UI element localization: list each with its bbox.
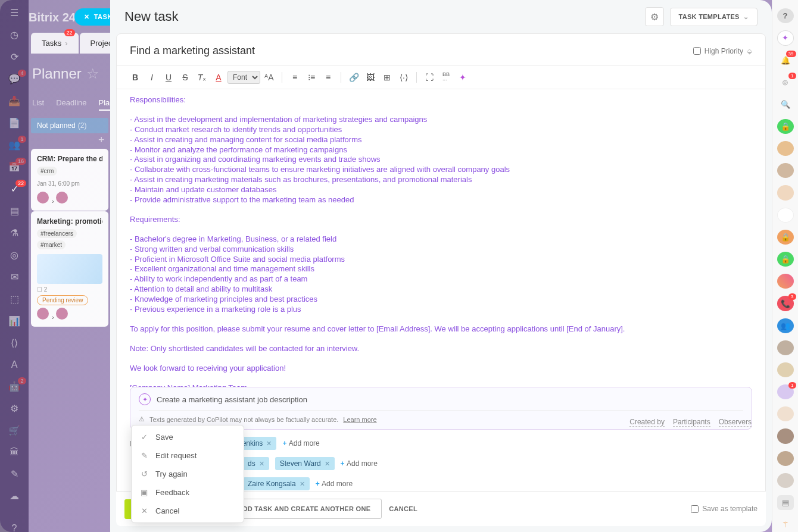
clock-icon[interactable]: ◷ xyxy=(8,29,20,40)
doc-icon[interactable]: 📄 xyxy=(8,117,20,129)
cart-icon[interactable]: 🛒 xyxy=(8,425,20,436)
avatar[interactable] xyxy=(777,451,794,466)
edit-icon[interactable]: ✎ xyxy=(8,468,20,480)
remove-icon[interactable]: ✕ xyxy=(259,460,264,468)
avatar[interactable] xyxy=(777,163,794,178)
person-chip[interactable]: ds✕ xyxy=(243,457,269,470)
bold-icon[interactable]: B xyxy=(127,70,143,85)
star-icon[interactable]: ☆ xyxy=(86,65,99,82)
settings-button[interactable]: ⚙ xyxy=(645,7,664,26)
bank-icon[interactable]: 🏛 xyxy=(8,447,20,458)
avatar[interactable] xyxy=(777,274,794,289)
calendar-icon[interactable]: 📅16 xyxy=(8,161,20,173)
text-icon[interactable]: A xyxy=(8,359,20,370)
view-deadline[interactable]: Deadline xyxy=(56,98,86,111)
avatar[interactable] xyxy=(777,428,794,443)
stream-icon[interactable]: ⟳ xyxy=(8,51,20,62)
avatar[interactable] xyxy=(777,340,794,355)
help-icon[interactable]: ? xyxy=(777,8,794,23)
italic-icon[interactable]: I xyxy=(144,70,160,85)
not-planned-column[interactable]: Not planned(2) xyxy=(31,118,108,133)
lock-icon[interactable]: 🔒 xyxy=(777,252,794,267)
high-priority-toggle[interactable]: High Priority ⬙ xyxy=(693,47,752,55)
contacts-icon[interactable]: ▤ xyxy=(8,205,20,217)
copilot-save[interactable]: ✓Save xyxy=(132,428,244,446)
save-template-checkbox[interactable] xyxy=(691,505,699,513)
font-select[interactable]: Font xyxy=(227,71,260,84)
tasks-icon[interactable]: ✓22 xyxy=(8,183,20,195)
filter-icon[interactable]: ⚗ xyxy=(8,227,20,239)
copilot-feedback[interactable]: ▣Feedback xyxy=(132,483,244,502)
person-chip[interactable]: Steven Ward✕ xyxy=(275,457,335,470)
avatar[interactable] xyxy=(777,208,794,223)
copilot-edit[interactable]: ✎Edit request xyxy=(132,446,244,465)
strike-icon[interactable]: S xyxy=(177,70,193,85)
avatar[interactable] xyxy=(777,473,794,488)
task-card[interactable]: Marketing: promotion #freelancers #marke… xyxy=(31,211,108,327)
add-another-button[interactable]: ADD TASK AND CREATE ANOTHER ONE xyxy=(226,499,382,519)
search-icon[interactable]: 🔍 xyxy=(777,97,794,112)
task-templates-button[interactable]: TASK TEMPLATES⌄ xyxy=(670,8,758,26)
inbox-icon[interactable]: 📥 xyxy=(8,95,20,107)
fullscreen-icon[interactable]: ⛶ xyxy=(422,70,437,85)
remove-icon[interactable]: ✕ xyxy=(266,440,272,447)
chat-icon[interactable]: 💬4 xyxy=(8,73,20,85)
link-icon[interactable]: 🔗 xyxy=(346,70,361,85)
ordered-list-icon[interactable]: ≡ xyxy=(287,70,303,85)
sliders-icon[interactable]: ⚙ xyxy=(8,403,20,414)
participants-link[interactable]: Participants xyxy=(673,418,710,427)
font-size-icon[interactable]: ᴬA xyxy=(261,70,277,85)
chart-icon[interactable]: 📊 xyxy=(8,315,20,327)
contacts-icon[interactable]: ▤ xyxy=(777,495,794,510)
add-more-button[interactable]: Add more xyxy=(282,439,319,447)
save-template-toggle[interactable]: Save as template xyxy=(691,505,758,513)
phone-icon[interactable]: 📞3 xyxy=(777,296,794,311)
high-priority-checkbox[interactable] xyxy=(693,47,701,55)
align-icon[interactable]: ≡ xyxy=(320,70,336,85)
created-by-link[interactable]: Created by xyxy=(629,418,665,427)
clear-format-icon[interactable]: Tₓ xyxy=(194,70,210,85)
bbcode-icon[interactable]: BB··· xyxy=(438,70,454,85)
copilot-sidebar-icon[interactable]: ✦ xyxy=(777,30,794,45)
text-color-icon[interactable]: A xyxy=(211,70,226,85)
avatar[interactable] xyxy=(777,406,794,421)
avatar[interactable]: 1 xyxy=(777,384,794,399)
avatar[interactable] xyxy=(777,362,794,377)
box-icon[interactable]: ⬚ xyxy=(8,293,20,305)
avatar[interactable] xyxy=(777,141,794,156)
avatar[interactable] xyxy=(777,185,794,200)
table-icon[interactable]: ⊞ xyxy=(379,70,395,85)
collab-icon[interactable]: ⊚1 xyxy=(777,75,794,90)
add-more-button[interactable]: Add more xyxy=(316,480,353,488)
code-icon[interactable]: ⟨⟩ xyxy=(8,337,20,349)
person-chip[interactable]: Zaire Kongsala✕ xyxy=(243,477,310,490)
tree-icon[interactable]: ⚚ xyxy=(777,517,794,532)
people-icon[interactable]: 👥1 xyxy=(8,139,20,151)
lock-icon[interactable]: 🔒 xyxy=(777,119,794,134)
learn-more-link[interactable]: Learn more xyxy=(343,416,376,423)
tab-tasks[interactable]: Tasks22› xyxy=(31,33,79,54)
remove-icon[interactable]: ✕ xyxy=(300,480,305,488)
cloud-icon[interactable]: ☁ xyxy=(8,490,20,502)
observers-link[interactable]: Observers xyxy=(719,418,752,427)
view-list[interactable]: List xyxy=(32,98,44,111)
mail-icon[interactable]: ✉ xyxy=(8,271,20,283)
task-description-editor[interactable]: Responsibilities: - Assist in the develo… xyxy=(117,89,765,387)
embed-icon[interactable]: ⟨·⟩ xyxy=(396,70,412,85)
copilot-prompt-text[interactable]: Create a marketing assistant job descrip… xyxy=(157,395,307,404)
image-icon[interactable]: 🖼 xyxy=(363,70,378,85)
task-title-input[interactable] xyxy=(130,45,693,57)
target-icon[interactable]: ◎ xyxy=(8,249,20,261)
add-column-icon[interactable]: + xyxy=(98,134,105,146)
bell-icon[interactable]: 🔔39 xyxy=(777,53,794,68)
task-card[interactable]: CRM: Prepare the docume #crm Jan 31, 6:0… xyxy=(31,149,108,211)
copilot-cancel[interactable]: ✕Cancel xyxy=(132,502,244,520)
unordered-list-icon[interactable]: ⁝≡ xyxy=(304,70,319,85)
copilot-retry[interactable]: ↺Try again xyxy=(132,465,244,483)
copilot-icon[interactable]: ✦ xyxy=(455,70,470,85)
robot-icon[interactable]: 🤖2 xyxy=(8,381,20,392)
add-more-button[interactable]: Add more xyxy=(341,459,378,468)
underline-icon[interactable]: U xyxy=(161,70,176,85)
help-icon[interactable]: ? xyxy=(8,523,20,532)
group-icon[interactable]: 👥 xyxy=(777,318,794,333)
